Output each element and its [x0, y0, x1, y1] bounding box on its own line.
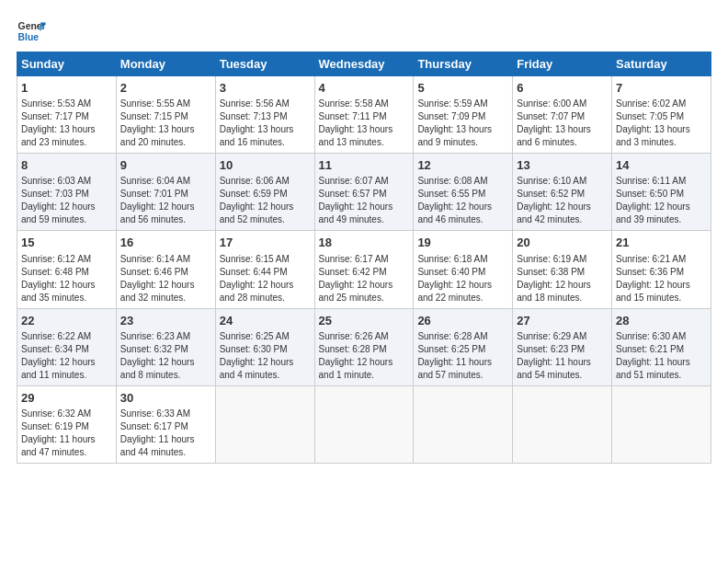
day-info: and 1 minute. [319, 369, 410, 382]
day-number: 5 [417, 80, 508, 97]
calendar-cell: 19Sunrise: 6:18 AMSunset: 6:40 PMDayligh… [414, 231, 513, 308]
calendar-cell: 3Sunrise: 5:56 AMSunset: 7:13 PMDaylight… [215, 76, 314, 154]
day-number: 12 [417, 157, 508, 174]
day-info: and 9 minutes. [417, 136, 508, 149]
day-info: Sunrise: 6:08 AM [417, 175, 508, 188]
calendar-cell: 14Sunrise: 6:11 AMSunset: 6:50 PMDayligh… [612, 154, 711, 231]
day-info: Sunset: 6:38 PM [517, 266, 608, 279]
day-header-monday: Monday [116, 52, 215, 76]
day-info: Sunset: 6:32 PM [120, 343, 211, 356]
calendar-cell: 30Sunrise: 6:33 AMSunset: 6:17 PMDayligh… [116, 385, 215, 463]
day-info: and 59 minutes. [21, 213, 112, 226]
day-info: Sunrise: 6:30 AM [616, 330, 707, 343]
calendar-cell: 22Sunrise: 6:22 AMSunset: 6:34 PMDayligh… [17, 308, 117, 385]
day-info: and 52 minutes. [220, 213, 311, 226]
calendar-cell [215, 385, 314, 463]
day-info: Daylight: 12 hours [220, 201, 311, 213]
day-info: Sunrise: 6:26 AM [319, 330, 410, 343]
day-info: Sunrise: 6:02 AM [616, 98, 707, 110]
day-number: 4 [319, 80, 410, 97]
day-number: 29 [21, 390, 112, 407]
day-info: Daylight: 12 hours [517, 279, 608, 292]
calendar-cell: 1Sunrise: 5:53 AMSunset: 7:17 PMDaylight… [17, 76, 117, 154]
day-number: 18 [319, 235, 410, 251]
day-info: and 51 minutes. [616, 369, 707, 382]
day-info: Daylight: 12 hours [517, 201, 608, 213]
day-info: and 23 minutes. [21, 136, 112, 149]
day-info: Sunrise: 6:00 AM [517, 98, 608, 110]
day-info: Sunrise: 6:29 AM [517, 330, 608, 343]
day-number: 15 [21, 235, 112, 251]
day-header-saturday: Saturday [612, 52, 711, 76]
day-info: and 6 minutes. [517, 136, 608, 149]
day-info: Daylight: 13 hours [319, 123, 410, 136]
day-info: and 11 minutes. [21, 369, 112, 382]
day-info: Sunrise: 6:06 AM [220, 175, 311, 188]
day-info: Sunrise: 6:11 AM [616, 175, 707, 188]
day-info: Sunset: 7:01 PM [120, 188, 211, 201]
day-info: Sunset: 6:48 PM [21, 266, 112, 279]
day-info: and 35 minutes. [21, 292, 112, 304]
day-info: Daylight: 13 hours [220, 123, 311, 136]
day-info: Sunset: 6:55 PM [417, 188, 508, 201]
day-number: 25 [319, 313, 410, 329]
day-info: Sunrise: 6:23 AM [120, 330, 211, 343]
day-info: and 25 minutes. [319, 292, 410, 304]
day-number: 22 [21, 313, 112, 329]
calendar-cell: 25Sunrise: 6:26 AMSunset: 6:28 PMDayligh… [314, 308, 414, 385]
day-info: Sunset: 7:15 PM [120, 110, 211, 123]
day-info: Sunset: 6:50 PM [616, 188, 707, 201]
day-info: Daylight: 12 hours [319, 279, 410, 292]
day-info: Sunrise: 6:33 AM [120, 408, 211, 420]
day-info: Daylight: 12 hours [120, 279, 211, 292]
calendar-cell: 26Sunrise: 6:28 AMSunset: 6:25 PMDayligh… [414, 308, 513, 385]
calendar-cell [414, 385, 513, 463]
day-number: 30 [120, 390, 211, 407]
calendar-cell: 11Sunrise: 6:07 AMSunset: 6:57 PMDayligh… [314, 154, 414, 231]
day-info: Sunrise: 5:58 AM [319, 98, 410, 110]
day-info: and 3 minutes. [616, 136, 707, 149]
day-info: and 57 minutes. [417, 369, 508, 382]
day-info: Sunset: 6:17 PM [120, 420, 211, 433]
day-info: Daylight: 12 hours [120, 201, 211, 213]
day-info: and 39 minutes. [616, 213, 707, 226]
day-info: Sunset: 6:40 PM [417, 266, 508, 279]
day-info: and 54 minutes. [517, 369, 608, 382]
day-header-sunday: Sunday [17, 52, 117, 76]
day-info: Daylight: 11 hours [417, 356, 508, 369]
calendar-cell: 27Sunrise: 6:29 AMSunset: 6:23 PMDayligh… [513, 308, 612, 385]
day-number: 17 [220, 235, 311, 251]
day-info: Sunset: 7:09 PM [417, 110, 508, 123]
day-info: Daylight: 12 hours [220, 356, 311, 369]
day-info: Daylight: 12 hours [21, 356, 112, 369]
day-number: 16 [120, 235, 211, 251]
day-number: 11 [319, 157, 410, 174]
day-number: 13 [517, 157, 608, 174]
day-header-thursday: Thursday [414, 52, 513, 76]
day-number: 19 [417, 235, 508, 251]
calendar-cell: 24Sunrise: 6:25 AMSunset: 6:30 PMDayligh… [215, 308, 314, 385]
day-number: 10 [220, 157, 311, 174]
calendar-cell: 12Sunrise: 6:08 AMSunset: 6:55 PMDayligh… [414, 154, 513, 231]
day-info: Sunrise: 6:10 AM [517, 175, 608, 188]
day-info: Sunrise: 5:56 AM [220, 98, 311, 110]
day-info: Sunset: 6:57 PM [319, 188, 410, 201]
day-info: and 15 minutes. [616, 292, 707, 304]
day-header-wednesday: Wednesday [314, 52, 414, 76]
day-info: Daylight: 12 hours [220, 279, 311, 292]
day-number: 24 [220, 313, 311, 329]
day-info: Sunrise: 5:53 AM [21, 98, 112, 110]
calendar-cell: 28Sunrise: 6:30 AMSunset: 6:21 PMDayligh… [612, 308, 711, 385]
day-info: Daylight: 11 hours [21, 433, 112, 446]
day-info: Sunrise: 6:21 AM [616, 253, 707, 266]
day-info: Daylight: 12 hours [616, 279, 707, 292]
day-info: and 18 minutes. [517, 292, 608, 304]
calendar-cell: 7Sunrise: 6:02 AMSunset: 7:05 PMDaylight… [612, 76, 711, 154]
day-info: and 20 minutes. [120, 136, 211, 149]
day-info: Sunrise: 6:17 AM [319, 253, 410, 266]
day-info: and 8 minutes. [120, 369, 211, 382]
day-number: 26 [417, 313, 508, 329]
day-number: 7 [616, 80, 707, 97]
day-info: Daylight: 12 hours [319, 356, 410, 369]
calendar-cell [314, 385, 414, 463]
